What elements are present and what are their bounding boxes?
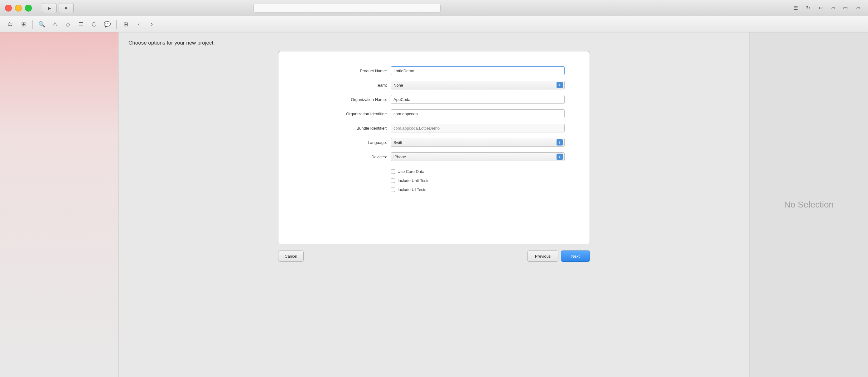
- toolbar-separator-2: [116, 20, 117, 29]
- language-select[interactable]: Swift Objective-C: [391, 138, 565, 147]
- panel-left-icon[interactable]: ▱: [828, 3, 838, 13]
- bundle-id-label: Bundle Identifier:: [303, 126, 391, 131]
- language-select-wrapper: Swift Objective-C ⇕: [391, 138, 565, 147]
- previous-button[interactable]: Previous: [527, 250, 559, 262]
- org-id-input[interactable]: [391, 109, 565, 118]
- bundle-id-field: [391, 124, 565, 132]
- chat-icon[interactable]: 💬: [102, 19, 113, 30]
- left-sidebar: [0, 32, 119, 377]
- org-id-label: Organization Identifier:: [303, 111, 391, 116]
- product-name-input[interactable]: [391, 66, 565, 75]
- title-bar-search[interactable]: [253, 4, 440, 12]
- dialog-box: Product Name: Team: None ⇕: [278, 51, 590, 244]
- toolbar-separator: [32, 20, 33, 29]
- lines-icon[interactable]: ☰: [791, 3, 801, 13]
- checkboxes-area: Use Core Data Include Unit Tests Include…: [391, 167, 565, 199]
- devices-select-wrapper: iPhone iPad Universal ⇕: [391, 152, 565, 161]
- language-field: Swift Objective-C ⇕: [391, 138, 565, 147]
- org-name-field: [391, 95, 565, 104]
- return-icon[interactable]: ↩: [816, 3, 826, 13]
- devices-row: Devices: iPhone iPad Universal ⇕: [303, 152, 565, 161]
- minimize-button[interactable]: [15, 5, 22, 11]
- include-ui-tests-label: Include UI Tests: [398, 187, 426, 192]
- team-label: Team:: [303, 83, 391, 88]
- org-name-row: Organization Name:: [303, 95, 565, 104]
- use-core-data-label: Use Core Data: [398, 169, 424, 174]
- include-unit-tests-checkbox[interactable]: [391, 178, 395, 183]
- use-core-data-checkbox[interactable]: [391, 170, 395, 174]
- language-label: Language:: [303, 140, 391, 145]
- org-id-field: [391, 109, 565, 118]
- dialog-footer: Cancel Previous Next: [278, 250, 590, 262]
- nav-back-icon[interactable]: ‹: [133, 19, 144, 30]
- product-name-row: Product Name:: [303, 66, 565, 75]
- product-name-label: Product Name:: [303, 69, 391, 73]
- footer-right: Previous Next: [527, 250, 590, 262]
- panel-bottom-icon[interactable]: ▭: [841, 3, 850, 13]
- search-icon[interactable]: 🔍: [36, 19, 47, 30]
- include-unit-tests-row: Include Unit Tests: [391, 178, 565, 183]
- team-select-wrapper: None ⇕: [391, 81, 565, 90]
- traffic-lights: [5, 5, 32, 11]
- title-bar: ▶ ■ ☰ ↻ ↩ ▱ ▭ ▱: [0, 0, 868, 16]
- diamond-icon[interactable]: ◇: [63, 19, 73, 30]
- list-icon[interactable]: ☰: [76, 19, 86, 30]
- next-button[interactable]: Next: [561, 250, 590, 262]
- main-area: Choose options for your new project: Pro…: [0, 32, 868, 377]
- tag-icon[interactable]: ⬡: [89, 19, 99, 30]
- language-row: Language: Swift Objective-C ⇕: [303, 138, 565, 147]
- use-core-data-row: Use Core Data: [391, 169, 565, 174]
- warning-icon[interactable]: ⚠: [50, 19, 60, 30]
- title-bar-right: ☰ ↻ ↩ ▱ ▭ ▱: [791, 3, 863, 13]
- dialog-header: Choose options for your new project:: [128, 40, 215, 46]
- no-selection-text: No Selection: [784, 200, 834, 210]
- org-name-input[interactable]: [391, 95, 565, 104]
- bundle-id-row: Bundle Identifier:: [303, 124, 565, 132]
- close-button[interactable]: [5, 5, 12, 11]
- nav-forward-icon[interactable]: ›: [147, 19, 157, 30]
- content-area: Choose options for your new project: Pro…: [119, 32, 749, 377]
- team-select[interactable]: None: [391, 81, 565, 90]
- folder-icon[interactable]: 🗂: [5, 19, 16, 30]
- toolbar: 🗂 ⊞ 🔍 ⚠ ◇ ☰ ⬡ 💬 ⊞ ‹ ›: [0, 16, 868, 32]
- devices-select[interactable]: iPhone iPad Universal: [391, 152, 565, 161]
- title-bar-controls: ▶ ■: [42, 3, 73, 13]
- team-row: Team: None ⇕: [303, 81, 565, 90]
- include-unit-tests-label: Include Unit Tests: [398, 178, 429, 183]
- devices-label: Devices:: [303, 155, 391, 159]
- nav-grid-icon[interactable]: ⊞: [120, 19, 131, 30]
- org-id-row: Organization Identifier:: [303, 109, 565, 118]
- maximize-button[interactable]: [25, 5, 32, 11]
- bundle-id-input: [391, 124, 565, 132]
- product-name-field: [391, 66, 565, 75]
- grid-icon[interactable]: ⊞: [18, 19, 29, 30]
- cancel-button[interactable]: Cancel: [278, 250, 304, 262]
- panel-right-icon[interactable]: ▱: [853, 3, 863, 13]
- org-name-label: Organization Name:: [303, 97, 391, 102]
- rotate-icon[interactable]: ↻: [803, 3, 813, 13]
- stop-button[interactable]: ■: [59, 3, 73, 13]
- team-field: None ⇕: [391, 81, 565, 90]
- right-panel: No Selection: [749, 32, 868, 377]
- play-button[interactable]: ▶: [42, 3, 57, 13]
- include-ui-tests-row: Include UI Tests: [391, 187, 565, 192]
- devices-field: iPhone iPad Universal ⇕: [391, 152, 565, 161]
- include-ui-tests-checkbox[interactable]: [391, 187, 395, 192]
